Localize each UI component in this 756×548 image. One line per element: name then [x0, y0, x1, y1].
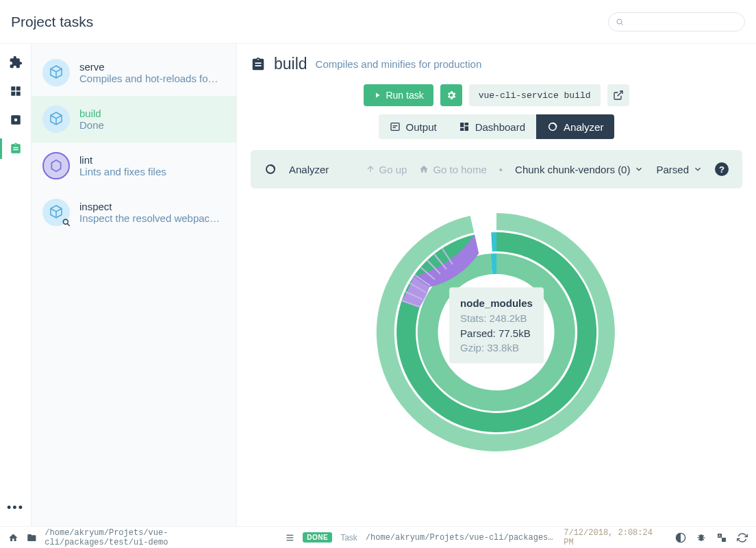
theme-icon[interactable] — [675, 532, 686, 543]
task-item-inspect[interactable]: inspect Inspect the resolved webpac… — [32, 189, 236, 236]
play-icon — [373, 91, 381, 99]
title-row: build Compiles and minifies for producti… — [251, 55, 742, 73]
chunk-label: Chunk chunk-vendors (0) — [515, 164, 630, 175]
page-title: Project tasks — [11, 14, 608, 30]
nav-plugins[interactable] — [8, 55, 23, 70]
list-icon[interactable] — [285, 532, 295, 543]
arrow-up-icon — [366, 164, 375, 174]
tooltip-parsed: Parsed: 77.5kB — [460, 325, 533, 340]
external-link-icon — [613, 90, 624, 101]
nav-config[interactable] — [8, 112, 23, 127]
ring2-main[interactable] — [491, 232, 496, 251]
terminal-icon — [390, 121, 401, 132]
refresh-icon[interactable] — [737, 532, 748, 543]
chart-tooltip: node_modules Stats: 248.2kB Parsed: 77.5… — [449, 288, 544, 364]
mode-label: Parsed — [656, 164, 689, 175]
svg-rect-17 — [460, 128, 464, 131]
svg-point-7 — [14, 119, 17, 122]
task-subtitle: Compiles and minifies for production — [316, 58, 482, 70]
nav-tasks[interactable] — [8, 141, 23, 156]
settings-button[interactable] — [440, 84, 462, 106]
go-up-label: Go up — [379, 164, 407, 175]
svg-rect-3 — [16, 86, 20, 90]
run-task-label: Run task — [386, 90, 423, 101]
svg-rect-15 — [464, 123, 468, 125]
nav-more[interactable]: ••• — [7, 501, 24, 515]
svg-line-10 — [617, 91, 622, 96]
tab-label: Dashboard — [475, 121, 525, 133]
tooltip-title: node_modules — [460, 296, 533, 311]
detail-tabs: Output Dashboard Analyzer — [251, 114, 742, 139]
go-up-button[interactable]: Go up — [366, 164, 407, 175]
chevron-down-icon — [693, 164, 703, 174]
translate-icon[interactable]: A — [716, 532, 727, 543]
task-detail: build Compiles and minifies for producti… — [237, 44, 756, 526]
cwd-path[interactable]: /home/akryum/Projets/vue-cli/packages/te… — [45, 528, 270, 547]
action-row: Run task vue-cli-service build — [251, 84, 742, 106]
task-desc: Inspect the resolved webpac… — [79, 212, 225, 224]
tooltip-stats: Stats: 248.2kB — [460, 310, 533, 325]
header: Project tasks — [0, 0, 756, 44]
chunk-selector[interactable]: Chunk chunk-vendors (0) — [515, 164, 644, 175]
chevron-down-icon — [634, 164, 644, 174]
task-desc: Lints and fixes files — [79, 166, 225, 177]
tab-dashboard[interactable]: Dashboard — [448, 114, 536, 139]
go-home-label: Go to home — [433, 164, 486, 175]
search-box[interactable] — [608, 12, 745, 32]
task-name: build — [79, 108, 225, 119]
tooltip-gzip: Gzip: 33.8kB — [460, 340, 533, 356]
separator-dot: • — [499, 164, 503, 175]
search-icon — [616, 18, 624, 26]
task-name: lint — [79, 154, 225, 166]
side-nav: ••• — [0, 44, 32, 526]
help-button[interactable]: ? — [715, 162, 729, 176]
task-item-serve[interactable]: serve Compiles and hot-reloads fo… — [32, 49, 236, 96]
log-path: /home/akryum/Projets/vue-cli/packages/te… — [366, 533, 555, 543]
task-title: build — [274, 55, 307, 73]
folder-icon[interactable] — [27, 532, 37, 543]
svg-point-8 — [63, 219, 68, 224]
cube-icon — [42, 59, 70, 86]
task-name: serve — [79, 61, 225, 73]
svg-rect-14 — [460, 123, 464, 127]
clipboard-icon — [251, 57, 266, 72]
nav-widgets[interactable] — [8, 84, 23, 99]
mode-selector[interactable]: Parsed — [656, 164, 703, 175]
log-prefix: Task — [340, 533, 357, 543]
dashboard-icon — [459, 121, 470, 132]
home-icon — [419, 164, 429, 174]
open-external-button[interactable] — [607, 84, 629, 106]
task-desc: Compiles and hot-reloads fo… — [79, 73, 225, 84]
status-bar: /home/akryum/Projets/vue-cli/packages/te… — [0, 526, 756, 548]
donut-icon — [264, 163, 277, 175]
analyzer-toolbar: Analyzer Go up Go to home • Chunk chunk-… — [251, 150, 742, 188]
tab-output[interactable]: Output — [379, 114, 448, 139]
search-input[interactable] — [628, 17, 738, 27]
bug-icon[interactable] — [696, 532, 707, 543]
tab-label: Output — [406, 121, 437, 133]
donut-icon — [547, 121, 558, 132]
svg-rect-4 — [11, 92, 15, 96]
cube-icon — [42, 105, 70, 133]
command-button[interactable]: vue-cli-service build — [469, 84, 601, 106]
task-item-build[interactable]: build Done — [32, 96, 236, 142]
svg-point-0 — [617, 19, 622, 24]
analyzer-title: Analyzer — [289, 164, 329, 175]
task-item-lint[interactable]: lint Lints and fixes files — [32, 142, 236, 189]
svg-rect-5 — [16, 92, 20, 96]
gear-icon — [446, 90, 457, 101]
sunburst-chart[interactable]: node_modules Stats: 248.2kB Parsed: 77.5… — [251, 188, 742, 462]
tab-analyzer[interactable]: Analyzer — [536, 114, 614, 139]
hexagon-icon — [42, 152, 70, 179]
status-badge: DONE — [303, 532, 332, 543]
tab-label: Analyzer — [564, 121, 603, 133]
task-desc: Done — [79, 119, 225, 131]
svg-line-1 — [621, 23, 622, 25]
run-task-button[interactable]: Run task — [364, 84, 433, 106]
svg-rect-11 — [391, 123, 399, 131]
svg-rect-16 — [464, 126, 468, 131]
home-icon[interactable] — [8, 532, 18, 543]
cube-search-icon — [42, 199, 70, 226]
go-home-button[interactable]: Go to home — [419, 164, 486, 175]
task-name: inspect — [79, 201, 225, 212]
